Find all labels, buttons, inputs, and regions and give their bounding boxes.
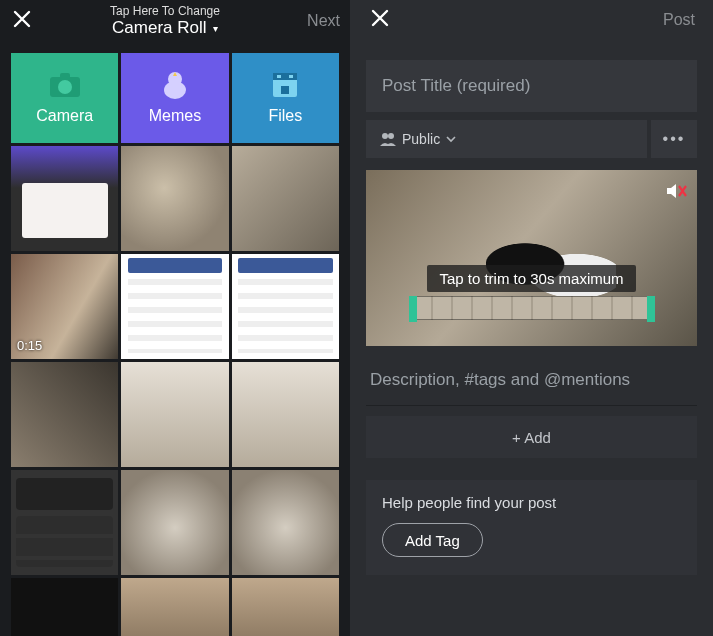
memes-icon (158, 71, 192, 99)
tag-hint: Help people find your post (382, 494, 681, 511)
chevron-down-icon: ▾ (213, 23, 218, 34)
svg-point-11 (388, 133, 394, 139)
gallery-grid: 0:15 (11, 146, 339, 636)
add-media-label: + Add (512, 429, 551, 446)
close-picker-button[interactable] (10, 8, 34, 34)
next-button[interactable]: Next (296, 12, 340, 30)
description-input[interactable]: Description, #tags and @mentions (366, 354, 697, 406)
speaker-muted-icon (665, 181, 687, 201)
thumbnail[interactable] (11, 146, 118, 251)
thumbnail[interactable] (11, 470, 118, 575)
thumbnail[interactable] (11, 362, 118, 467)
description-placeholder: Description, #tags and @mentions (370, 370, 630, 390)
svg-rect-1 (60, 73, 70, 79)
album-hint: Tap Here To Change (34, 4, 296, 18)
close-composer-button[interactable] (368, 7, 392, 33)
close-icon (371, 9, 389, 27)
svg-point-10 (382, 133, 388, 139)
trim-bar[interactable] (412, 296, 652, 320)
thumbnail[interactable] (232, 254, 339, 359)
source-camera[interactable]: Camera (11, 53, 118, 143)
thumbnail[interactable] (121, 146, 228, 251)
chevron-down-icon (446, 134, 456, 144)
video-preview[interactable]: Tap to trim to 30s maximum (366, 170, 697, 346)
media-picker-panel: Tap Here To Change Camera Roll ▾ Next Ca… (0, 0, 350, 636)
add-tag-button[interactable]: Add Tag (382, 523, 483, 557)
composer-header: Post (350, 0, 713, 48)
svg-rect-8 (289, 75, 293, 78)
thumbnail[interactable] (232, 362, 339, 467)
thumbnail[interactable] (121, 362, 228, 467)
close-icon (13, 10, 31, 28)
album-title: Camera Roll (112, 18, 206, 37)
thumbnail[interactable] (232, 578, 339, 636)
files-icon (268, 71, 302, 99)
add-tag-label: Add Tag (405, 532, 460, 549)
source-files[interactable]: Files (232, 53, 339, 143)
post-title-placeholder: Post Title (required) (382, 76, 530, 96)
thumbnail[interactable] (121, 470, 228, 575)
post-title-input[interactable]: Post Title (required) (366, 60, 697, 112)
source-files-label: Files (268, 107, 302, 125)
camera-icon (48, 71, 82, 99)
mute-toggle[interactable] (665, 180, 687, 202)
composer-form: Post Title (required) Public ••• (350, 48, 713, 575)
thumbnail[interactable] (232, 146, 339, 251)
trim-hint: Tap to trim to 30s maximum (427, 265, 635, 292)
svg-rect-6 (273, 73, 297, 80)
svg-rect-7 (277, 75, 281, 78)
source-row: Camera Memes Files (0, 48, 350, 146)
people-icon (380, 132, 396, 146)
svg-point-2 (58, 80, 72, 94)
picker-header: Tap Here To Change Camera Roll ▾ Next (0, 0, 350, 48)
tag-section: Help people find your post Add Tag (366, 480, 697, 575)
trim-handle-right[interactable] (647, 296, 655, 322)
trim-overlay: Tap to trim to 30s maximum (384, 265, 679, 320)
add-media-button[interactable]: + Add (366, 416, 697, 458)
ellipsis-icon: ••• (663, 130, 686, 148)
source-memes-label: Memes (149, 107, 201, 125)
more-options-button[interactable]: ••• (651, 120, 697, 158)
post-button[interactable]: Post (663, 11, 695, 29)
privacy-label: Public (402, 131, 440, 147)
post-composer-panel: Post Post Title (required) Public ••• (350, 0, 713, 636)
thumbnail[interactable] (232, 470, 339, 575)
thumbnail[interactable] (121, 254, 228, 359)
gallery: 0:15 (0, 146, 350, 636)
source-camera-label: Camera (36, 107, 93, 125)
thumbnail-video[interactable]: 0:15 (11, 254, 118, 359)
privacy-selector[interactable]: Public (366, 120, 647, 158)
thumbnail[interactable] (11, 578, 118, 636)
trim-handle-left[interactable] (409, 296, 417, 322)
svg-rect-9 (281, 86, 289, 94)
source-memes[interactable]: Memes (121, 53, 228, 143)
thumbnail[interactable] (121, 578, 228, 636)
video-duration: 0:15 (17, 338, 42, 353)
album-selector[interactable]: Tap Here To Change Camera Roll ▾ (34, 4, 296, 39)
